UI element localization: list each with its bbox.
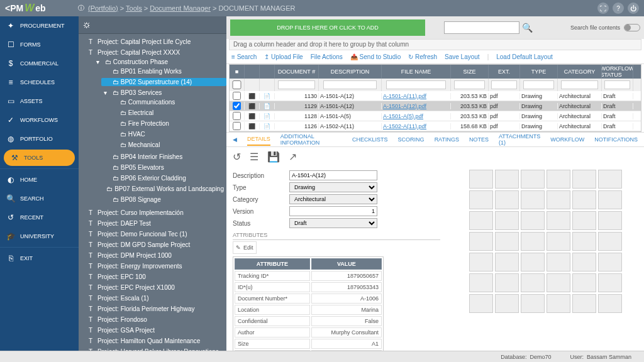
filter-desc[interactable] (323, 80, 377, 89)
tree-selected[interactable]: 🗀 BP02 Superstructure (14) (101, 78, 226, 86)
preview-thumb (572, 294, 596, 313)
sidebar-item-assets[interactable]: ▭ASSETS (0, 92, 79, 111)
sidebar-item-forms[interactable]: ☐FORMS (0, 35, 79, 54)
breadcrumb-docmgr[interactable]: Document Manager (150, 4, 211, 12)
undo-icon[interactable]: ↺ (233, 151, 241, 163)
sidebar-item-exit[interactable]: ⎘EXIT (0, 249, 79, 268)
breadcrumb-tools[interactable]: Tools (126, 4, 142, 12)
table-row[interactable]: ⬛📄1129A-1501-A(12)A-1501-A(12).pdf203.53… (230, 101, 641, 111)
col-cat[interactable]: CATEGORY (558, 65, 602, 79)
filter-file[interactable] (386, 80, 446, 89)
select-status[interactable]: Draft (289, 218, 377, 228)
tree-header[interactable]: ⛭ (79, 16, 226, 34)
filter-ext[interactable] (491, 80, 517, 89)
tab-details[interactable]: DETAILS (247, 133, 270, 146)
col-size[interactable]: SIZE (451, 65, 489, 79)
table-row[interactable]: ⬛📄1126A-1502-A(11)A-1502-A(11).pdf158.68… (230, 121, 641, 131)
sidebar-item-search[interactable]: 🔍SEARCH (0, 189, 79, 208)
tab-ratings[interactable]: RATINGS (435, 134, 459, 145)
topbar: <PMWeb ⓘ (Portfolio) > Tools > Document … (0, 0, 644, 16)
tab-notes[interactable]: NOTES (469, 134, 489, 145)
search-icon[interactable]: 🔍 (522, 23, 533, 33)
sidebar-item-tools[interactable]: ⚒TOOLS (4, 150, 75, 166)
help-icon[interactable]: ? (613, 3, 624, 14)
table-row[interactable]: ⬛📄1128A-1501-A(5)A-1501-A(5).pdf203.53 K… (230, 111, 641, 121)
edit-button[interactable]: ✎ Edit (233, 241, 257, 254)
preview-thumb (598, 273, 622, 292)
col-ext[interactable]: EXT. (489, 65, 520, 79)
sidebar-item-recent[interactable]: ↺RECENT (0, 208, 79, 227)
drop-zone[interactable]: DROP FILES HERE OR CLICK TO ADD (230, 19, 425, 36)
tab-notifications[interactable]: NOTIFICATIONS (594, 134, 638, 145)
col-icon[interactable] (260, 65, 275, 79)
preview-thumb (547, 294, 570, 313)
tab-attachments-1-[interactable]: ATTACHMENTS (1) (499, 131, 540, 148)
list-icon[interactable]: ☰ (250, 151, 258, 163)
tb-upload[interactable]: ↥ Upload File (264, 53, 303, 60)
input-version[interactable] (289, 206, 377, 216)
preview-thumb (598, 253, 622, 272)
col-type[interactable]: TYPE (520, 65, 558, 79)
breadcrumb-portfolio[interactable]: (Portfolio) (88, 4, 118, 12)
preview-thumb (572, 170, 596, 189)
power-icon[interactable]: ⏻ (628, 3, 639, 14)
sidebar-item-home[interactable]: ◐HOME (0, 170, 79, 189)
filter-doc[interactable] (278, 80, 315, 89)
tb-actions[interactable]: File Actions (311, 53, 343, 60)
col-stat[interactable]: WORKFLOW STATUS (602, 65, 633, 79)
search-input[interactable] (444, 21, 519, 34)
preview-thumb (547, 253, 570, 272)
group-hint[interactable]: Drag a column header and drop it here to… (229, 39, 641, 50)
sidebar-item-commercial[interactable]: $COMMERCIAL (0, 54, 79, 73)
breadcrumb-current: DOCUMENT MANAGER (218, 4, 295, 12)
filter-type[interactable] (523, 80, 555, 89)
sidebar-item-procurement[interactable]: ✦PROCUREMENT (0, 16, 79, 35)
tb-save[interactable]: Save Layout (445, 53, 480, 60)
tab-checklists[interactable]: CHECKLISTS (352, 134, 388, 145)
open-icon[interactable]: ↗ (289, 151, 297, 163)
preview-thumb (572, 232, 596, 251)
tab-additional-information[interactable]: ADDITIONAL INFORMATION (280, 131, 342, 148)
preview-thumb (469, 211, 493, 230)
col-doc[interactable]: DOCUMENT # (275, 65, 319, 79)
tab-prev-icon[interactable]: ◀ (233, 136, 237, 143)
tb-send[interactable]: 📤 Send to Studio (350, 53, 401, 60)
search-contents-toggle[interactable] (624, 24, 640, 31)
sidebar-item-schedules[interactable]: ≡SCHEDULES (0, 73, 79, 92)
grid-filter-row (230, 79, 641, 91)
expand-icon[interactable]: ⛶ (597, 3, 609, 14)
detail-tabs: ◀ DETAILSADDITIONAL INFORMATIONCHECKLIST… (226, 132, 644, 147)
col-check[interactable]: ■ (230, 65, 245, 79)
filter-cat[interactable] (561, 80, 598, 89)
document-preview[interactable] (447, 166, 644, 362)
filter-stat[interactable] (604, 80, 630, 89)
table-row[interactable]: ⬛📄1130A-1501-A(12)A-1501-A(11).pdf203.53… (230, 91, 641, 101)
tab-workflow[interactable]: WORKFLOW (550, 134, 584, 145)
sidebar-item-portfolio[interactable]: ◍PORTFOLIO (0, 129, 79, 148)
info-icon[interactable]: ⓘ (78, 4, 84, 13)
col-desc[interactable]: DESCRIPTION (319, 65, 382, 79)
attr-name: ID*(u) (235, 282, 310, 292)
content: DROP FILES HERE OR CLICK TO ADD 🔍 Search… (226, 16, 644, 362)
sidebar: ✦PROCUREMENT☐FORMS$COMMERCIAL≡SCHEDULES▭… (0, 16, 79, 362)
preview-thumb (547, 232, 570, 251)
tb-refresh[interactable]: ↻ Refresh (408, 53, 437, 60)
attr-col-name: ATTRIBUTE (235, 258, 310, 270)
filter-checkall[interactable] (231, 80, 242, 89)
save-icon[interactable]: 💾 (267, 151, 280, 163)
tb-search[interactable]: ≡ Search (231, 53, 257, 60)
project-tree[interactable]: TProject: Capital Project Life CycleTPro… (79, 34, 226, 354)
preview-thumb (547, 273, 570, 292)
select-category[interactable]: Architectural (289, 194, 377, 204)
col-file[interactable]: FILE NAME (382, 65, 451, 79)
input-description[interactable] (289, 170, 377, 180)
sidebar-item-university[interactable]: 🎓UNIVERSITY (0, 227, 79, 246)
preview-thumb (521, 170, 545, 189)
filter-size[interactable] (454, 80, 486, 89)
col-pin[interactable] (245, 65, 260, 79)
select-type[interactable]: Drawing (289, 182, 377, 192)
sidebar-item-workflows[interactable]: ✓WORKFLOWS (0, 111, 79, 129)
settings-icon: ⛭ (82, 20, 91, 30)
tb-load[interactable]: Load Default Layout (496, 53, 553, 60)
tab-scoring[interactable]: SCORING (398, 134, 425, 145)
